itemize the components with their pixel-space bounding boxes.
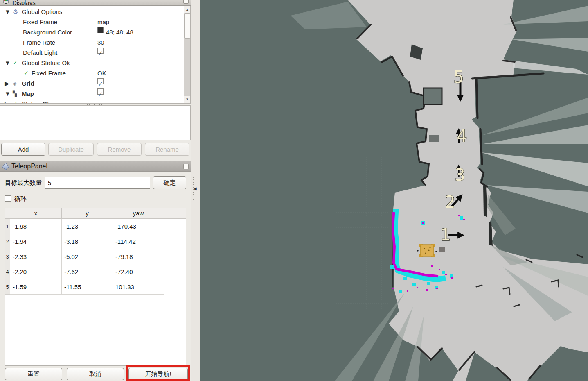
tree-row-label: Map bbox=[22, 88, 34, 99]
tree-row[interactable]: Default Light✓ bbox=[0, 48, 184, 58]
displays-icon bbox=[3, 0, 9, 6]
splitter-handle[interactable] bbox=[86, 158, 102, 160]
table-cell[interactable]: -79.18 bbox=[113, 249, 164, 264]
table-cell[interactable]: -1.98 bbox=[10, 219, 62, 234]
map-canvas: 12345 bbox=[200, 0, 588, 381]
loop-label: 循环 bbox=[14, 195, 27, 203]
goal-label-1: 1 bbox=[440, 225, 451, 244]
table-cell[interactable]: -170.43 bbox=[113, 219, 164, 234]
teleop-panel-title: TeleopPanel bbox=[11, 163, 47, 170]
duplicate-button[interactable]: Duplicate bbox=[48, 143, 94, 156]
table-cell[interactable]: -72.40 bbox=[113, 264, 164, 279]
tree-row[interactable]: Background Color48; 48; 48 bbox=[0, 27, 184, 37]
remove-button[interactable]: Remove bbox=[97, 143, 142, 156]
column-header-yaw[interactable]: yaw bbox=[113, 208, 164, 218]
table-cell[interactable]: -2.33 bbox=[10, 249, 62, 264]
table-cell[interactable]: -1.94 bbox=[10, 234, 62, 249]
costmap-inflation-cell bbox=[403, 277, 407, 280]
table-cell[interactable]: -1.23 bbox=[62, 219, 113, 234]
goal-label-4: 4 bbox=[457, 127, 467, 145]
column-header-x[interactable]: x bbox=[10, 208, 62, 218]
displays-tree[interactable]: ▼⚙Global OptionsFixed FramemapBackground… bbox=[0, 6, 191, 104]
costmap-obstacle-cell bbox=[417, 287, 418, 288]
enabled-checkbox[interactable]: ✓ bbox=[97, 78, 104, 84]
max-goal-label: 目标最大数量 bbox=[5, 179, 42, 187]
chevron-down-icon[interactable]: ▼ bbox=[5, 58, 11, 68]
tree-row-value[interactable]: OK bbox=[97, 68, 106, 78]
chevron-right-icon[interactable]: ▶ bbox=[5, 99, 9, 104]
enabled-checkbox[interactable]: ✓ bbox=[97, 88, 104, 95]
row-header[interactable]: 4 bbox=[5, 264, 10, 279]
chevron-down-icon[interactable]: ▼ bbox=[5, 88, 11, 99]
confirm-button[interactable]: 确定 bbox=[153, 176, 186, 189]
render-view[interactable]: 12345 bbox=[200, 0, 588, 381]
tree-row[interactable]: ▶✓Status: Ok bbox=[0, 99, 184, 104]
table-cell[interactable]: -5.02 bbox=[62, 249, 113, 264]
teleop-panel-titlebar[interactable]: TeleopPanel bbox=[0, 161, 191, 172]
column-header-y[interactable]: y bbox=[62, 208, 113, 218]
costmap-obstacle-cell bbox=[392, 288, 394, 289]
costmap-obstacle-cell bbox=[439, 269, 440, 270]
check-icon: ✓ bbox=[13, 58, 18, 68]
row-header[interactable]: 2 bbox=[5, 234, 10, 249]
displays-panel-title: Displays bbox=[12, 0, 36, 6]
tree-row-label: Global Options bbox=[22, 7, 62, 17]
costmap-obstacle-cell bbox=[463, 219, 465, 220]
displays-panel-titlebar[interactable]: Displays bbox=[0, 0, 191, 6]
enabled-checkbox[interactable]: ✓ bbox=[97, 48, 104, 54]
table-cell[interactable]: -11.55 bbox=[62, 279, 113, 295]
teleop-panel-icon bbox=[2, 163, 9, 170]
costmap-obstacle-cell bbox=[445, 274, 447, 275]
start-navigation-button[interactable]: 开始导航! bbox=[128, 368, 188, 380]
table-cell[interactable]: -3.18 bbox=[62, 234, 113, 249]
collapse-arrow-icon[interactable]: ◀ bbox=[194, 186, 197, 191]
table-cell[interactable]: -1.59 bbox=[10, 279, 62, 295]
tree-row-value[interactable]: 30 bbox=[97, 37, 104, 48]
color-swatch[interactable] bbox=[97, 27, 104, 33]
reset-button[interactable]: 重置 bbox=[5, 368, 62, 380]
check-icon: ✓ bbox=[24, 68, 29, 78]
table-corner bbox=[5, 208, 10, 218]
tree-row[interactable]: ✓Fixed FrameOK bbox=[0, 68, 184, 78]
chevron-right-icon[interactable]: ▶ bbox=[5, 78, 9, 88]
costmap-obstacle-cell bbox=[458, 215, 460, 216]
tree-row[interactable]: ▼✓Global Status: Ok bbox=[0, 58, 184, 68]
tree-row[interactable]: Fixed Framemap bbox=[0, 17, 184, 27]
table-cell[interactable]: 101.33 bbox=[113, 279, 164, 295]
teleop-float-button[interactable] bbox=[183, 164, 189, 169]
tree-scrollbar[interactable]: ▲ ▼ bbox=[184, 6, 190, 103]
rename-button[interactable]: Rename bbox=[145, 143, 189, 156]
tree-row[interactable]: Frame Rate30 bbox=[0, 37, 184, 48]
displays-float-button[interactable] bbox=[183, 0, 189, 4]
costmap-obstacle-cell bbox=[431, 265, 433, 267]
tree-row-value[interactable]: 48; 48; 48 bbox=[106, 27, 133, 37]
row-header[interactable]: 3 bbox=[5, 249, 10, 264]
scroll-up-icon[interactable]: ▲ bbox=[184, 6, 190, 13]
tree-row[interactable]: ▶◈Grid✓ bbox=[0, 78, 184, 88]
table-cell[interactable]: -2.20 bbox=[10, 264, 62, 279]
tree-row-value[interactable]: map bbox=[97, 17, 109, 27]
row-header[interactable]: 1 bbox=[5, 219, 10, 234]
loop-checkbox[interactable] bbox=[5, 195, 11, 202]
chevron-down-icon[interactable]: ▼ bbox=[5, 7, 11, 17]
scroll-thumb[interactable] bbox=[184, 13, 190, 39]
table-header-row: xyyaw bbox=[5, 208, 186, 219]
max-goal-input[interactable] bbox=[45, 177, 150, 189]
row-header[interactable]: 5 bbox=[5, 279, 10, 295]
tree-row[interactable]: ▼▚Map✓ bbox=[0, 88, 184, 99]
gear-icon: ⚙ bbox=[13, 7, 18, 17]
check-icon: ✓ bbox=[13, 99, 18, 104]
table-cell[interactable]: -7.62 bbox=[62, 264, 113, 279]
scroll-down-icon[interactable]: ▼ bbox=[184, 96, 190, 103]
table-cell[interactable]: -114.42 bbox=[113, 234, 164, 249]
tree-row-label: Global Status: Ok bbox=[22, 58, 70, 68]
tree-row-label: Status: Ok bbox=[22, 99, 50, 104]
display-description-box[interactable] bbox=[0, 105, 191, 140]
waypoint-table[interactable]: xyyaw 1-1.98-1.23-170.432-1.94-3.18-114.… bbox=[5, 208, 186, 366]
add-button[interactable]: Add bbox=[1, 143, 45, 156]
cancel-button[interactable]: 取消 bbox=[67, 368, 124, 380]
tree-row-label: Frame Rate bbox=[23, 37, 55, 48]
tree-row[interactable]: ▼⚙Global Options bbox=[0, 7, 184, 17]
costmap-inflation-cell bbox=[399, 290, 402, 293]
goal-label-2: 2 bbox=[445, 193, 455, 211]
